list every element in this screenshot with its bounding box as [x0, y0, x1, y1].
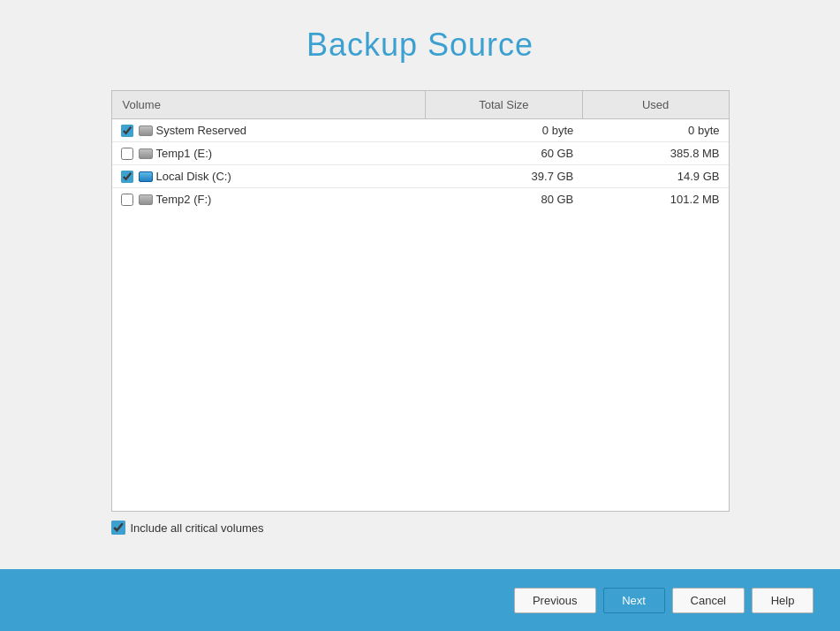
- volume-checkbox-2[interactable]: [121, 171, 133, 183]
- volumes-table: Volume Total Size Used System Reserved 0…: [112, 91, 729, 210]
- table-row: System Reserved 0 byte 0 byte: [112, 119, 729, 142]
- footer-options: Include all critical volumes: [111, 521, 730, 535]
- volumes-table-container: Volume Total Size Used System Reserved 0…: [111, 90, 730, 512]
- used-cell-2: 14.9 GB: [582, 165, 728, 188]
- volume-checkbox-1[interactable]: [121, 148, 133, 160]
- main-content: Backup Source Volume Total Size Used Sys…: [0, 0, 840, 569]
- include-critical-checkbox[interactable]: [111, 521, 125, 535]
- volume-name-2: Local Disk (C:): [156, 170, 231, 183]
- used-cell-0: 0 byte: [582, 119, 728, 142]
- volume-cell-2: Local Disk (C:): [112, 165, 426, 188]
- volume-cell-1: Temp1 (E:): [112, 142, 426, 165]
- total-size-cell-1: 60 GB: [426, 142, 583, 165]
- volume-cell-3: Temp2 (F:): [112, 188, 426, 211]
- previous-button[interactable]: Previous: [514, 588, 596, 613]
- total-size-cell-3: 80 GB: [426, 188, 583, 211]
- volume-checkbox-3[interactable]: [121, 194, 133, 206]
- table-row: Temp2 (F:) 80 GB 101.2 MB: [112, 188, 729, 211]
- volume-cell-0: System Reserved: [112, 119, 426, 142]
- next-button[interactable]: Next: [603, 588, 665, 613]
- volume-name-3: Temp2 (F:): [156, 193, 212, 206]
- col-volume: Volume: [112, 91, 426, 119]
- volume-name-1: Temp1 (E:): [156, 147, 213, 160]
- bottom-bar: Previous Next Cancel Help: [0, 569, 840, 631]
- table-row: Temp1 (E:) 60 GB 385.8 MB: [112, 142, 729, 165]
- disk-icon-3: [139, 194, 153, 205]
- include-critical-label: Include all critical volumes: [131, 521, 264, 535]
- total-size-cell-0: 0 byte: [426, 119, 583, 142]
- cancel-button[interactable]: Cancel: [672, 588, 745, 613]
- used-cell-3: 101.2 MB: [582, 188, 728, 211]
- help-button[interactable]: Help: [752, 588, 814, 613]
- table-row: Local Disk (C:) 39.7 GB 14.9 GB: [112, 165, 729, 188]
- total-size-cell-2: 39.7 GB: [426, 165, 583, 188]
- disk-icon-0: [139, 125, 153, 136]
- used-cell-1: 385.8 MB: [582, 142, 728, 165]
- col-total-size: Total Size: [426, 91, 583, 119]
- col-used: Used: [582, 91, 728, 119]
- volume-checkbox-0[interactable]: [121, 125, 133, 137]
- table-header-row: Volume Total Size Used: [112, 91, 729, 119]
- disk-icon-2: [139, 171, 153, 182]
- disk-icon-1: [139, 148, 153, 159]
- empty-table-area: [112, 210, 729, 511]
- page-title: Backup Source: [306, 27, 534, 64]
- volume-name-0: System Reserved: [156, 124, 247, 137]
